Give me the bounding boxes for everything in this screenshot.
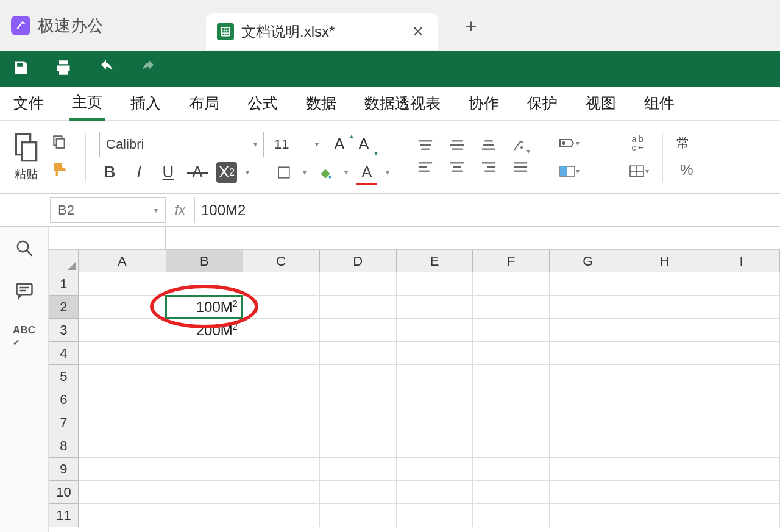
cell-B10[interactable] <box>166 481 243 504</box>
cell-G10[interactable] <box>550 481 626 504</box>
cell-G9[interactable] <box>550 458 626 481</box>
menu-item-10[interactable]: 组件 <box>642 87 677 119</box>
cell-I8[interactable] <box>703 434 780 458</box>
cell-F11[interactable] <box>473 504 550 527</box>
wrap-text-icon[interactable]: a bc ↵ <box>628 133 649 154</box>
cell-I6[interactable] <box>703 388 780 411</box>
cell-F4[interactable] <box>473 342 550 365</box>
cell-I1[interactable] <box>703 272 780 296</box>
row-header-3[interactable]: 3 <box>49 319 79 342</box>
font-size-select[interactable]: 11 ▾ <box>268 132 325 157</box>
cell-C7[interactable] <box>243 411 319 434</box>
decrease-font-icon[interactable]: A▾ <box>353 134 374 155</box>
cell-E10[interactable] <box>396 481 473 504</box>
cell-H3[interactable] <box>626 319 703 342</box>
cell-D1[interactable] <box>319 272 396 296</box>
cell-H4[interactable] <box>626 342 703 365</box>
row-header-4[interactable]: 4 <box>49 342 79 365</box>
cell-A7[interactable] <box>78 411 166 434</box>
cell-G6[interactable] <box>550 388 626 411</box>
cell-A5[interactable] <box>78 365 166 388</box>
cell-F2[interactable] <box>473 296 550 319</box>
orientation-icon[interactable]: ▾ <box>512 139 531 154</box>
align-left-icon[interactable] <box>417 161 436 176</box>
cell-F10[interactable] <box>473 481 550 504</box>
fill-color-button[interactable] <box>315 162 336 183</box>
cell-A10[interactable] <box>78 481 166 504</box>
cell-G7[interactable] <box>550 411 626 434</box>
cell-H1[interactable] <box>626 272 703 296</box>
cell-C3[interactable] <box>243 319 319 342</box>
cell-E11[interactable] <box>396 504 473 527</box>
col-header-B[interactable]: B <box>166 250 243 272</box>
cell-E3[interactable] <box>396 319 473 342</box>
cell-F5[interactable] <box>473 365 550 388</box>
cell-E9[interactable] <box>396 458 473 481</box>
cell-F9[interactable] <box>473 458 550 481</box>
named-range-icon[interactable]: ▾ <box>559 133 580 154</box>
align-top-icon[interactable] <box>417 139 436 154</box>
cell-F6[interactable] <box>473 388 550 411</box>
cell-C2[interactable] <box>243 296 319 319</box>
cell-A9[interactable] <box>78 458 166 481</box>
font-color-button[interactable]: A <box>356 162 377 183</box>
menu-item-8[interactable]: 保护 <box>525 87 560 119</box>
save-icon[interactable] <box>12 59 29 79</box>
cell-E4[interactable] <box>396 342 473 365</box>
row-header-7[interactable]: 7 <box>49 411 79 434</box>
cell-I5[interactable] <box>703 365 780 388</box>
close-icon[interactable]: ✕ <box>410 21 427 43</box>
border-button[interactable] <box>274 162 294 183</box>
cell-A8[interactable] <box>78 434 166 458</box>
col-header-A[interactable]: A <box>78 250 166 272</box>
cell-H8[interactable] <box>626 434 703 458</box>
cell-G4[interactable] <box>550 342 626 365</box>
number-format-label[interactable]: 常 <box>676 134 690 152</box>
cell-A4[interactable] <box>78 342 166 365</box>
fx-label[interactable]: fx <box>166 197 195 223</box>
cell-C6[interactable] <box>243 388 319 411</box>
cell-I2[interactable] <box>703 296 780 319</box>
cell-D4[interactable] <box>319 342 396 365</box>
cell-I4[interactable] <box>703 342 780 365</box>
select-all-corner[interactable] <box>49 250 79 272</box>
name-box[interactable]: B2 ▾ <box>50 197 166 223</box>
cell-F1[interactable] <box>473 272 550 296</box>
chevron-down-icon[interactable]: ▾ <box>344 168 348 177</box>
cell-E2[interactable] <box>396 296 473 319</box>
cell-B6[interactable] <box>166 388 243 411</box>
underline-button[interactable]: U <box>158 162 179 183</box>
cell-C8[interactable] <box>243 434 319 458</box>
cell-D10[interactable] <box>319 481 396 504</box>
row-header-6[interactable]: 6 <box>49 388 79 411</box>
cell-I10[interactable] <box>703 481 780 504</box>
bold-button[interactable]: B <box>99 162 120 183</box>
row-header-10[interactable]: 10 <box>49 481 79 504</box>
col-header-C[interactable]: C <box>243 250 319 272</box>
document-tab[interactable]: 文档说明.xlsx* ✕ <box>206 13 438 50</box>
col-header-F[interactable]: F <box>473 250 550 272</box>
cell-G11[interactable] <box>550 504 626 527</box>
align-bottom-icon[interactable] <box>480 139 500 154</box>
cell-G2[interactable] <box>550 296 626 319</box>
redo-icon[interactable] <box>140 59 157 79</box>
cell-B8[interactable] <box>166 434 243 458</box>
menu-item-4[interactable]: 公式 <box>245 87 280 119</box>
spreadsheet-grid[interactable]: ABCDEFGHI12100M23200M24567891011 <box>49 227 780 532</box>
cell-C4[interactable] <box>243 342 319 365</box>
cell-C1[interactable] <box>243 272 319 296</box>
cell-D11[interactable] <box>319 504 396 527</box>
cell-A1[interactable] <box>78 272 166 296</box>
cell-H5[interactable] <box>626 365 703 388</box>
row-header-8[interactable]: 8 <box>49 434 79 458</box>
cell-A3[interactable] <box>78 319 166 342</box>
cell-B7[interactable] <box>166 411 243 434</box>
cell-H10[interactable] <box>626 481 703 504</box>
cell-H7[interactable] <box>626 411 703 434</box>
strikethrough-button[interactable]: A <box>187 162 208 183</box>
cell-D6[interactable] <box>319 388 396 411</box>
increase-font-icon[interactable]: A▴ <box>329 134 350 155</box>
col-header-H[interactable]: H <box>626 250 703 272</box>
new-tab-button[interactable]: ＋ <box>462 13 480 38</box>
cell-E7[interactable] <box>396 411 473 434</box>
